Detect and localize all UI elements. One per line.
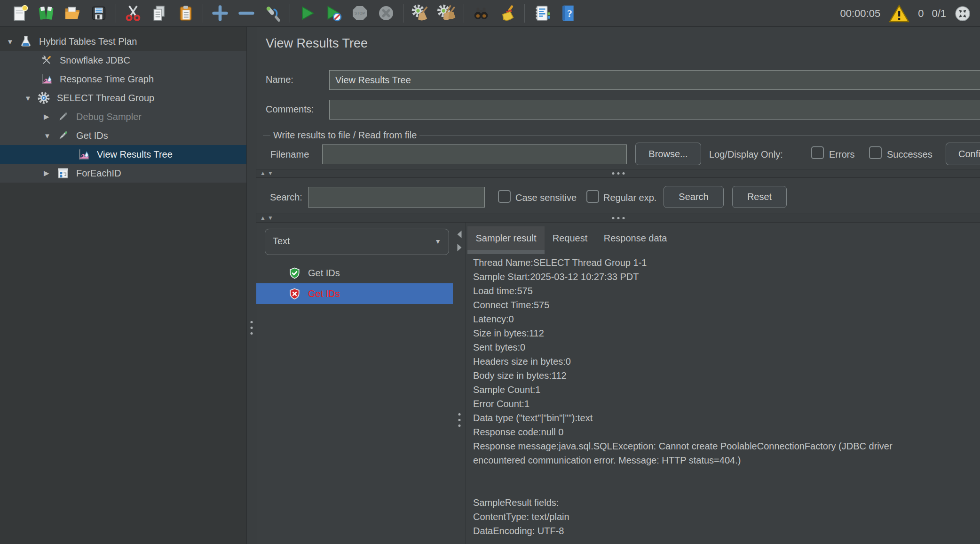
tab-response-data[interactable]: Response data: [597, 226, 673, 250]
tree-node-label: Snowflake JDBC: [60, 55, 130, 66]
sampler-result-line: ContentType: text/plain: [473, 510, 975, 524]
jmeter-window: STOP ? 00:00:05 0 0/1 ▼ Hybrid Tables Te…: [0, 0, 980, 544]
collapse-right-icon[interactable]: [457, 244, 461, 251]
jdbc-connection-icon: [40, 53, 54, 67]
write-results-group-title: Write results to file / Read from file: [263, 129, 980, 141]
results-tabs-splitter[interactable]: [453, 223, 466, 544]
response-time-graph-icon: [40, 72, 54, 86]
tree-node-get-ids[interactable]: ▼ Get IDs: [0, 126, 246, 145]
collapse-left-icon[interactable]: [457, 231, 461, 238]
comments-input[interactable]: [329, 100, 980, 120]
start-icon: [298, 4, 316, 23]
copy-button[interactable]: [149, 2, 170, 24]
search-toolbar-button[interactable]: [470, 2, 492, 24]
function-helper-button[interactable]: [531, 2, 553, 24]
splitter-grip[interactable]: [612, 172, 624, 175]
result-item-error[interactable]: Get IDs: [256, 283, 453, 304]
search-results-splitter[interactable]: ▲▼: [256, 214, 980, 223]
open-file-button[interactable]: [62, 2, 83, 24]
stop-button[interactable]: STOP: [349, 2, 371, 24]
browse-button[interactable]: Browse...: [635, 143, 701, 165]
page-title: View Results Tree: [266, 36, 368, 51]
tree-node-view-results-tree[interactable]: View Results Tree: [0, 145, 246, 164]
toggle-button[interactable]: [262, 2, 284, 24]
sampler-result-line: Body size in bytes:112: [473, 368, 975, 383]
toolbar-separator: [464, 4, 464, 23]
warning-triangle-icon[interactable]: [888, 4, 910, 24]
clear-gear-broom-icon: [411, 4, 430, 23]
results-list-panel: Text ▼ Get IDs Get IDs: [256, 223, 453, 544]
save-icon: [89, 4, 108, 23]
sampler-result-text[interactable]: Thread Name:SELECT Thread Group 1-1 Samp…: [473, 256, 975, 538]
save-button[interactable]: [88, 2, 110, 24]
regular-exp-checkbox[interactable]: [586, 190, 599, 203]
debug-sampler-icon: [56, 110, 70, 124]
search-input[interactable]: [308, 187, 485, 208]
splitter-grip[interactable]: [458, 413, 460, 427]
clear-all-button[interactable]: [436, 2, 458, 24]
paste-button[interactable]: [175, 2, 197, 24]
tree-node-label: View Results Tree: [97, 149, 173, 160]
tree-node-label: Hybrid Tables Test Plan: [39, 36, 137, 47]
sampler-result-line: Response code:null 0: [473, 425, 975, 439]
new-file-icon: [10, 4, 29, 23]
paste-clipboard-icon: [176, 4, 195, 23]
svg-text:STOP: STOP: [355, 11, 365, 16]
help-button[interactable]: ?: [557, 2, 579, 24]
tree-node-debug-sampler[interactable]: ▶ Debug Sampler: [0, 107, 246, 126]
regular-exp-label: Regular exp.: [603, 192, 656, 203]
tree-node-label: Get IDs: [76, 130, 108, 141]
filename-input[interactable]: [322, 144, 627, 164]
tree-node-test-plan[interactable]: ▼ Hybrid Tables Test Plan: [0, 32, 246, 51]
expand-arrow-icon[interactable]: ▼: [44, 132, 56, 140]
configure-button[interactable]: Configure: [946, 143, 980, 165]
sampler-result-line: Load time:575: [473, 284, 975, 298]
reset-button[interactable]: Reset: [732, 186, 787, 208]
tree-node-snowflake-jdbc[interactable]: Snowflake JDBC: [0, 51, 246, 70]
function-helper-icon: [532, 4, 551, 23]
expand-arrow-icon[interactable]: ▼: [7, 38, 19, 46]
tree-node-response-time-graph[interactable]: Response Time Graph: [0, 70, 246, 88]
search-button[interactable]: Search: [664, 186, 724, 208]
result-item-success[interactable]: Get IDs: [256, 263, 453, 283]
filename-label: Filename: [270, 149, 309, 160]
tab-request[interactable]: Request: [547, 226, 593, 250]
clear-button[interactable]: [410, 2, 431, 24]
successes-checkbox[interactable]: [869, 146, 882, 159]
tab-sampler-result[interactable]: Sampler result: [467, 226, 545, 250]
jdbc-sampler-icon: [56, 128, 70, 143]
name-input[interactable]: [329, 70, 980, 90]
shutdown-button[interactable]: [375, 2, 397, 24]
tree-main-splitter[interactable]: [246, 27, 256, 544]
config-search-splitter[interactable]: ▲▼: [256, 169, 980, 178]
selected-tab-strip: [467, 250, 545, 254]
sampler-result-line: Error Count:1: [473, 397, 975, 411]
clear-all-gear-brooms-icon: [437, 4, 456, 23]
new-file-button[interactable]: [9, 2, 31, 24]
display-mode-dropdown[interactable]: Text ▼: [265, 229, 449, 255]
case-sensitive-checkbox[interactable]: [498, 190, 511, 203]
thread-group-gear-icon: [37, 91, 51, 105]
start-button[interactable]: [296, 2, 318, 24]
remove-element-button[interactable]: [236, 2, 257, 24]
tree-node-foreachid[interactable]: ▶ ForEachID: [0, 164, 246, 183]
test-plan-tree: ▼ Hybrid Tables Test Plan Snowflake JDBC…: [0, 27, 246, 544]
templates-button[interactable]: [35, 2, 57, 24]
templates-icon: [37, 4, 55, 23]
result-item-label: Get IDs: [308, 268, 340, 279]
cut-button[interactable]: [122, 2, 144, 24]
splitter-collapse-arrows[interactable]: ▲▼: [260, 215, 275, 221]
splitter-grip[interactable]: [612, 217, 624, 219]
stop-icon: STOP: [350, 4, 369, 23]
collapse-arrow-icon[interactable]: ▶: [44, 169, 56, 177]
expand-arrow-icon[interactable]: ▼: [24, 94, 37, 102]
clear-search-button[interactable]: [497, 2, 518, 24]
add-element-button[interactable]: [209, 2, 231, 24]
splitter-collapse-arrows[interactable]: ▲▼: [260, 170, 275, 176]
collapse-arrow-icon[interactable]: ▶: [44, 112, 56, 121]
toolbar-separator: [203, 4, 203, 23]
errors-checkbox[interactable]: [811, 146, 824, 159]
start-no-timers-button[interactable]: [323, 2, 344, 24]
tree-node-thread-group[interactable]: ▼ SELECT Thread Group: [0, 88, 246, 107]
splitter-grip[interactable]: [250, 321, 253, 335]
